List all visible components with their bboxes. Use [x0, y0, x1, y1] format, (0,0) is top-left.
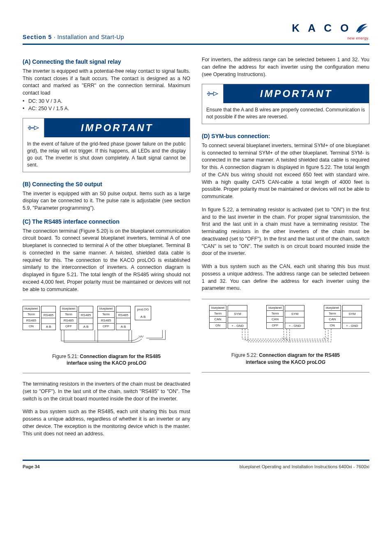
- para-d1: To connect several blueplanet inverters,…: [202, 142, 369, 201]
- cell: RS485: [79, 312, 93, 318]
- list-item: AC: 250 V / 1.5 A.: [28, 105, 190, 113]
- cell: + - GND: [228, 323, 247, 328]
- cell: Term: [324, 311, 341, 317]
- figcap-bold2: interface using the KACO pro: [246, 359, 315, 365]
- important-title: IMPORTANT: [44, 118, 190, 137]
- cell: RS485: [42, 312, 55, 318]
- cell: proLOG: [137, 307, 149, 312]
- diagram-unit: blueplanet Term RS485 OFF RS485 A B: [97, 306, 131, 330]
- para-top-right: For inverters, the address range can be …: [202, 56, 369, 78]
- diagram-unit: blueplanet Term CAN ON SYM + - GND: [209, 305, 247, 329]
- cell: RS485: [23, 318, 39, 324]
- diagram-unit: blueplanet Term CAN OFF SYM + - GND: [266, 305, 304, 329]
- separator-dot: ·: [52, 34, 57, 40]
- cell: CAN: [210, 317, 226, 322]
- cell: blueplanet: [267, 305, 283, 311]
- cell: CAN: [324, 317, 341, 322]
- cell: RS485: [60, 318, 77, 324]
- cell: A B: [42, 324, 55, 329]
- cell: ON: [23, 324, 39, 329]
- cell: OFF: [98, 324, 114, 329]
- logo-swirl-icon: [355, 21, 369, 35]
- page-header: Section 5 · Installation and Start-Up K …: [23, 21, 369, 40]
- cell: Term: [60, 312, 77, 317]
- cell: SYM: [343, 311, 362, 317]
- wiring-svg-icon: [23, 330, 190, 348]
- figcap-prefix: Figure 5.22:: [231, 352, 259, 358]
- left-column: (A) Connecting the fault signal relay Th…: [23, 56, 190, 443]
- cell: Term: [23, 312, 39, 317]
- header-rule: [23, 44, 369, 45]
- cell: blueplanet: [324, 305, 341, 311]
- figcap-italic: LOG: [136, 360, 146, 366]
- para-d2: In figure 5.22, a terminating resistor i…: [202, 206, 369, 257]
- para-c3: With a bus system such as the RS485, eac…: [23, 408, 190, 437]
- figure-rule-top: [202, 299, 369, 299]
- cell: + - GND: [285, 323, 304, 328]
- logo-text: K A C O: [292, 22, 351, 35]
- cell: A B: [79, 324, 93, 329]
- para-c1: The connection terminal (Figure 5.20) is…: [23, 228, 190, 294]
- cell: Term: [98, 312, 114, 317]
- cell: A B: [137, 314, 149, 319]
- cell: Term: [210, 311, 226, 317]
- para-d3: With a bus system such as the CAN, each …: [202, 263, 369, 292]
- diagram-prolog: proLOG A B: [135, 306, 151, 320]
- footer-doc-title: blueplanet Operating and Installation In…: [240, 464, 369, 469]
- cell: Term: [267, 311, 283, 317]
- section-breadcrumb: Section 5 · Installation and Start-Up: [23, 34, 124, 40]
- diagram-unit: blueplanet Term RS485 ON RS485 A B: [23, 306, 56, 330]
- figure-rule-top: [23, 300, 190, 300]
- pointing-hand-icon: [202, 84, 224, 103]
- diagram-unit: blueplanet Term CAN ON SYM + - GND: [324, 305, 362, 329]
- content-columns: (A) Connecting the fault signal relay Th…: [23, 56, 369, 443]
- cell: blueplanet: [210, 305, 226, 311]
- diagram-522: blueplanet Term CAN ON SYM + - GND: [202, 303, 369, 349]
- para-a1: The inverter is equipped with a potentia…: [23, 68, 190, 97]
- heading-d: (D) SYM-bus connection:: [202, 132, 369, 141]
- figcap-bold2: interface using the KACO pro: [67, 360, 136, 366]
- wiring-svg-icon: [202, 329, 369, 347]
- cell: RS485: [116, 312, 130, 318]
- bullet-list-a: DC: 30 V / 3 A. AC: 250 V / 1.5 A.: [23, 98, 190, 113]
- para-b1: The inverter is equipped with an S0 puls…: [23, 190, 190, 212]
- cell: blueplanet: [98, 306, 114, 312]
- important-callout: IMPORTANT Ensure that the A and B wires …: [202, 84, 369, 124]
- cell: OFF: [267, 323, 283, 328]
- brand-logo: K A C O new energy.: [292, 21, 369, 40]
- cell: blueplanet: [60, 306, 77, 312]
- cell: CAN: [267, 317, 283, 322]
- figure-caption-521: Figure 5.21: Connection diagram for the …: [23, 353, 190, 366]
- page-footer: Page 34 blueplanet Operating and Install…: [23, 464, 369, 469]
- cell: ON: [210, 323, 226, 328]
- page-number: Page 34: [23, 464, 40, 469]
- important-callout: IMPORTANT In the event of failure of the…: [23, 118, 190, 172]
- cell: A B: [116, 324, 130, 329]
- pointing-hand-icon: [23, 118, 44, 137]
- important-body: In the event of failure of the grid-feed…: [23, 137, 190, 171]
- cell: RS485: [98, 318, 114, 324]
- para-c2: The terminating resistors in the inverte…: [23, 381, 190, 402]
- diagram-unit: blueplanet Term RS485 OFF RS485 A B: [60, 306, 93, 330]
- heading-b: (B) Connecting the S0 output: [23, 180, 190, 189]
- cell: OFF: [60, 324, 77, 329]
- important-header: IMPORTANT: [202, 84, 369, 103]
- figcap-bold: Connection diagram for the RS485: [259, 352, 340, 358]
- figcap-bold: Connection diagram for the RS485: [80, 354, 161, 359]
- right-column: For inverters, the address range can be …: [202, 56, 369, 443]
- important-header: IMPORTANT: [23, 118, 190, 137]
- figure-rule-bottom: [23, 373, 190, 373]
- cell: SYM: [285, 311, 304, 317]
- heading-a: (A) Connecting the fault signal relay: [23, 58, 190, 66]
- section-number: Section 5: [23, 34, 52, 40]
- footer-rule: [23, 460, 369, 461]
- cell: + - GND: [343, 323, 362, 328]
- cell: blueplanet: [23, 306, 39, 312]
- figcap-prefix: Figure 5.21:: [52, 354, 80, 359]
- figure-rule-bottom: [202, 372, 369, 372]
- cell: ON: [324, 323, 341, 328]
- section-title: Installation and Start-Up: [57, 34, 124, 40]
- figcap-italic: LOG: [315, 359, 325, 365]
- diagram-521: blueplanet Term RS485 ON RS485 A B b: [23, 304, 190, 350]
- figure-caption-522: Figure 5.22: Connection diagram for the …: [202, 352, 369, 365]
